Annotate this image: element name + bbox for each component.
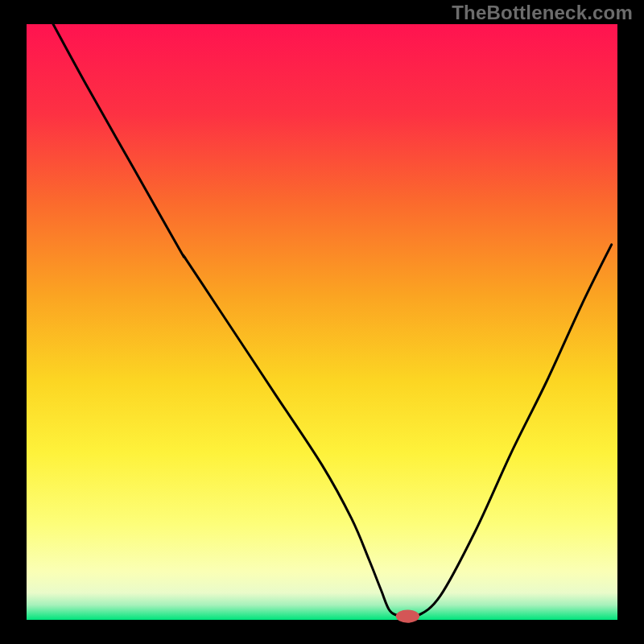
optimal-point-marker — [396, 609, 419, 622]
chart-container: { "watermark": "TheBottleneck.com", "cha… — [0, 0, 644, 644]
bottleneck-chart — [0, 0, 644, 644]
chart-background — [27, 24, 617, 620]
watermark-label: TheBottleneck.com — [452, 2, 633, 24]
